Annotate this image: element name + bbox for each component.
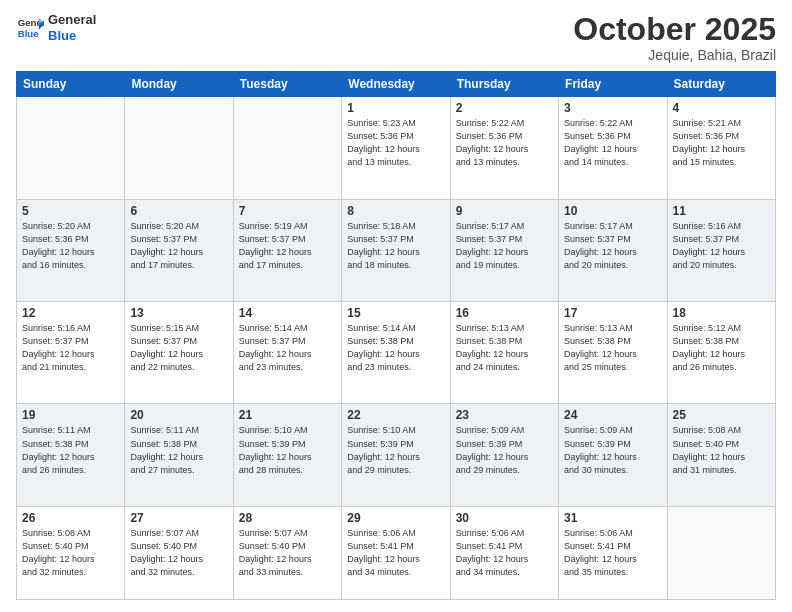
day-info: Sunrise: 5:17 AM Sunset: 5:37 PM Dayligh…: [456, 220, 553, 272]
day-info: Sunrise: 5:13 AM Sunset: 5:38 PM Dayligh…: [456, 322, 553, 374]
col-thursday: Thursday: [450, 72, 558, 97]
table-row: 12Sunrise: 5:16 AM Sunset: 5:37 PM Dayli…: [17, 302, 125, 404]
col-monday: Monday: [125, 72, 233, 97]
table-row: 9Sunrise: 5:17 AM Sunset: 5:37 PM Daylig…: [450, 199, 558, 301]
table-row: [233, 97, 341, 199]
table-row: 8Sunrise: 5:18 AM Sunset: 5:37 PM Daylig…: [342, 199, 450, 301]
table-row: 21Sunrise: 5:10 AM Sunset: 5:39 PM Dayli…: [233, 404, 341, 506]
table-row: 6Sunrise: 5:20 AM Sunset: 5:37 PM Daylig…: [125, 199, 233, 301]
day-info: Sunrise: 5:22 AM Sunset: 5:36 PM Dayligh…: [564, 117, 661, 169]
table-row: 5Sunrise: 5:20 AM Sunset: 5:36 PM Daylig…: [17, 199, 125, 301]
col-saturday: Saturday: [667, 72, 775, 97]
day-info: Sunrise: 5:18 AM Sunset: 5:37 PM Dayligh…: [347, 220, 444, 272]
col-wednesday: Wednesday: [342, 72, 450, 97]
day-number: 25: [673, 408, 770, 422]
table-row: 23Sunrise: 5:09 AM Sunset: 5:39 PM Dayli…: [450, 404, 558, 506]
table-row: [667, 506, 775, 599]
logo-text-general: General: [48, 12, 96, 28]
day-number: 24: [564, 408, 661, 422]
day-number: 27: [130, 511, 227, 525]
day-info: Sunrise: 5:17 AM Sunset: 5:37 PM Dayligh…: [564, 220, 661, 272]
day-info: Sunrise: 5:08 AM Sunset: 5:40 PM Dayligh…: [673, 424, 770, 476]
col-sunday: Sunday: [17, 72, 125, 97]
day-info: Sunrise: 5:23 AM Sunset: 5:36 PM Dayligh…: [347, 117, 444, 169]
calendar-week-row: 12Sunrise: 5:16 AM Sunset: 5:37 PM Dayli…: [17, 302, 776, 404]
title-section: October 2025 Jequie, Bahia, Brazil: [573, 12, 776, 63]
day-info: Sunrise: 5:19 AM Sunset: 5:37 PM Dayligh…: [239, 220, 336, 272]
table-row: 1Sunrise: 5:23 AM Sunset: 5:36 PM Daylig…: [342, 97, 450, 199]
day-info: Sunrise: 5:20 AM Sunset: 5:37 PM Dayligh…: [130, 220, 227, 272]
day-number: 14: [239, 306, 336, 320]
table-row: 24Sunrise: 5:09 AM Sunset: 5:39 PM Dayli…: [559, 404, 667, 506]
table-row: 2Sunrise: 5:22 AM Sunset: 5:36 PM Daylig…: [450, 97, 558, 199]
day-number: 26: [22, 511, 119, 525]
day-info: Sunrise: 5:22 AM Sunset: 5:36 PM Dayligh…: [456, 117, 553, 169]
day-number: 13: [130, 306, 227, 320]
table-row: 28Sunrise: 5:07 AM Sunset: 5:40 PM Dayli…: [233, 506, 341, 599]
calendar-header-row: Sunday Monday Tuesday Wednesday Thursday…: [17, 72, 776, 97]
day-info: Sunrise: 5:12 AM Sunset: 5:38 PM Dayligh…: [673, 322, 770, 374]
table-row: 25Sunrise: 5:08 AM Sunset: 5:40 PM Dayli…: [667, 404, 775, 506]
table-row: 11Sunrise: 5:16 AM Sunset: 5:37 PM Dayli…: [667, 199, 775, 301]
table-row: 27Sunrise: 5:07 AM Sunset: 5:40 PM Dayli…: [125, 506, 233, 599]
day-number: 10: [564, 204, 661, 218]
day-number: 19: [22, 408, 119, 422]
table-row: 26Sunrise: 5:08 AM Sunset: 5:40 PM Dayli…: [17, 506, 125, 599]
day-number: 12: [22, 306, 119, 320]
day-info: Sunrise: 5:16 AM Sunset: 5:37 PM Dayligh…: [673, 220, 770, 272]
day-number: 31: [564, 511, 661, 525]
day-number: 9: [456, 204, 553, 218]
day-info: Sunrise: 5:06 AM Sunset: 5:41 PM Dayligh…: [456, 527, 553, 579]
day-info: Sunrise: 5:10 AM Sunset: 5:39 PM Dayligh…: [347, 424, 444, 476]
day-info: Sunrise: 5:09 AM Sunset: 5:39 PM Dayligh…: [564, 424, 661, 476]
calendar-week-row: 26Sunrise: 5:08 AM Sunset: 5:40 PM Dayli…: [17, 506, 776, 599]
day-info: Sunrise: 5:15 AM Sunset: 5:37 PM Dayligh…: [130, 322, 227, 374]
table-row: 16Sunrise: 5:13 AM Sunset: 5:38 PM Dayli…: [450, 302, 558, 404]
day-number: 28: [239, 511, 336, 525]
day-number: 17: [564, 306, 661, 320]
table-row: 31Sunrise: 5:06 AM Sunset: 5:41 PM Dayli…: [559, 506, 667, 599]
calendar-week-row: 19Sunrise: 5:11 AM Sunset: 5:38 PM Dayli…: [17, 404, 776, 506]
table-row: 22Sunrise: 5:10 AM Sunset: 5:39 PM Dayli…: [342, 404, 450, 506]
table-row: 14Sunrise: 5:14 AM Sunset: 5:37 PM Dayli…: [233, 302, 341, 404]
calendar-table: Sunday Monday Tuesday Wednesday Thursday…: [16, 71, 776, 600]
day-info: Sunrise: 5:14 AM Sunset: 5:38 PM Dayligh…: [347, 322, 444, 374]
table-row: 29Sunrise: 5:06 AM Sunset: 5:41 PM Dayli…: [342, 506, 450, 599]
day-number: 16: [456, 306, 553, 320]
day-number: 2: [456, 101, 553, 115]
day-info: Sunrise: 5:06 AM Sunset: 5:41 PM Dayligh…: [564, 527, 661, 579]
table-row: 3Sunrise: 5:22 AM Sunset: 5:36 PM Daylig…: [559, 97, 667, 199]
logo: General Blue General Blue: [16, 12, 96, 43]
location: Jequie, Bahia, Brazil: [573, 47, 776, 63]
day-number: 1: [347, 101, 444, 115]
table-row: 13Sunrise: 5:15 AM Sunset: 5:37 PM Dayli…: [125, 302, 233, 404]
day-info: Sunrise: 5:16 AM Sunset: 5:37 PM Dayligh…: [22, 322, 119, 374]
table-row: 20Sunrise: 5:11 AM Sunset: 5:38 PM Dayli…: [125, 404, 233, 506]
table-row: 15Sunrise: 5:14 AM Sunset: 5:38 PM Dayli…: [342, 302, 450, 404]
day-info: Sunrise: 5:10 AM Sunset: 5:39 PM Dayligh…: [239, 424, 336, 476]
col-friday: Friday: [559, 72, 667, 97]
logo-icon: General Blue: [16, 14, 44, 42]
table-row: 17Sunrise: 5:13 AM Sunset: 5:38 PM Dayli…: [559, 302, 667, 404]
table-row: 7Sunrise: 5:19 AM Sunset: 5:37 PM Daylig…: [233, 199, 341, 301]
day-info: Sunrise: 5:13 AM Sunset: 5:38 PM Dayligh…: [564, 322, 661, 374]
day-number: 23: [456, 408, 553, 422]
day-info: Sunrise: 5:07 AM Sunset: 5:40 PM Dayligh…: [239, 527, 336, 579]
month-title: October 2025: [573, 12, 776, 47]
day-number: 21: [239, 408, 336, 422]
table-row: 18Sunrise: 5:12 AM Sunset: 5:38 PM Dayli…: [667, 302, 775, 404]
day-info: Sunrise: 5:08 AM Sunset: 5:40 PM Dayligh…: [22, 527, 119, 579]
day-number: 3: [564, 101, 661, 115]
calendar-week-row: 1Sunrise: 5:23 AM Sunset: 5:36 PM Daylig…: [17, 97, 776, 199]
day-number: 6: [130, 204, 227, 218]
table-row: [125, 97, 233, 199]
svg-text:Blue: Blue: [18, 27, 39, 38]
table-row: 30Sunrise: 5:06 AM Sunset: 5:41 PM Dayli…: [450, 506, 558, 599]
table-row: [17, 97, 125, 199]
day-number: 20: [130, 408, 227, 422]
day-info: Sunrise: 5:11 AM Sunset: 5:38 PM Dayligh…: [130, 424, 227, 476]
table-row: 19Sunrise: 5:11 AM Sunset: 5:38 PM Dayli…: [17, 404, 125, 506]
day-number: 29: [347, 511, 444, 525]
page: General Blue General Blue October 2025 J…: [0, 0, 792, 612]
day-info: Sunrise: 5:21 AM Sunset: 5:36 PM Dayligh…: [673, 117, 770, 169]
